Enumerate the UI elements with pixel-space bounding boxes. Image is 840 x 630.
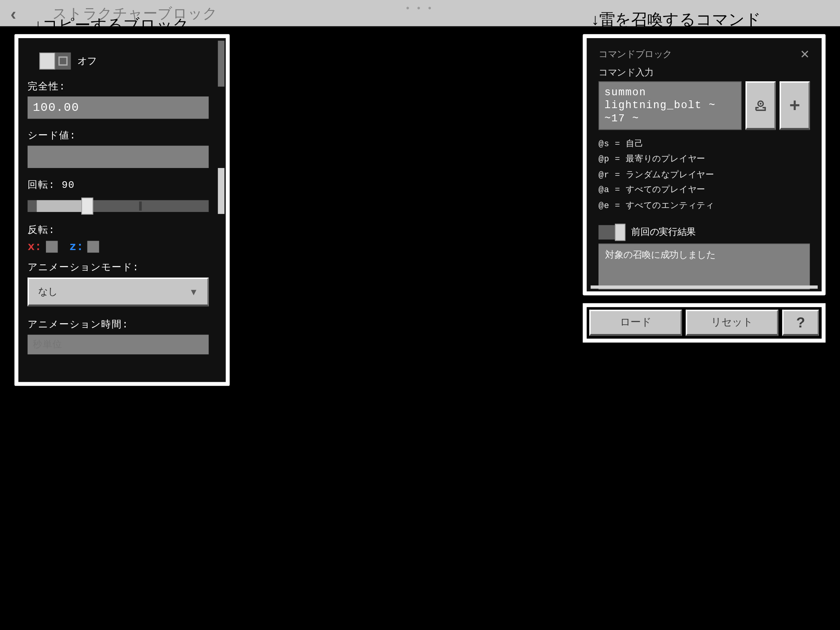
selector-hints: @s = 自己 @p = 最寄りのプレイヤー @r = ランダムなプレイヤー @…: [598, 136, 810, 213]
seed-label: シード値:: [28, 129, 209, 142]
anim-mode-label: アニメーションモード:: [28, 261, 209, 274]
toggle-switch[interactable]: [39, 52, 71, 70]
scrollbar-thumb-top[interactable]: [218, 41, 224, 87]
mirror-label: 反転:: [28, 224, 209, 236]
result-output: 対象の召喚に成功しました: [598, 243, 810, 289]
anim-mode-dropdown[interactable]: なし ▼: [28, 278, 209, 306]
integrity-input[interactable]: [28, 96, 209, 119]
command-block-panel: コマンドブロック ✕ コマンド入力 summon lightning_bolt …: [583, 34, 826, 296]
prev-result-toggle[interactable]: [598, 225, 625, 240]
axis-x-label: x:: [28, 240, 42, 254]
action-button-bar: ロード リセット ?: [583, 303, 826, 343]
toggle-row: オフ: [39, 52, 208, 70]
plus-icon: +: [789, 95, 800, 116]
add-command-button[interactable]: +: [780, 81, 810, 130]
annotation-right: ↓雷を召喚するコマンド: [591, 9, 761, 30]
hint-s: @s = 自己: [598, 136, 810, 152]
hint-p: @p = 最寄りのプレイヤー: [598, 152, 810, 167]
scrollbar-thumb-mid[interactable]: [218, 168, 224, 214]
load-button[interactable]: ロード: [589, 310, 682, 336]
rotation-label: 回転: 90: [28, 178, 209, 191]
chevron-down-icon: ▼: [189, 287, 198, 297]
toggle-off-label: オフ: [77, 55, 97, 67]
slider-thumb[interactable]: [81, 198, 93, 215]
mirror-z-checkbox[interactable]: [88, 241, 99, 252]
command-input-label: コマンド入力: [598, 67, 810, 79]
svg-point-1: [760, 102, 761, 104]
hint-r: @r = ランダムなプレイヤー: [598, 167, 810, 182]
reset-button[interactable]: リセット: [686, 310, 778, 336]
prev-result-label: 前回の実行結果: [631, 226, 695, 238]
anim-time-input[interactable]: [28, 335, 209, 355]
hint-e: @e = すべてのエンティティ: [598, 198, 810, 213]
command-input[interactable]: summon lightning_bolt ~ ~17 ~: [598, 81, 742, 130]
annotation-left: ↓コピーするブロック: [34, 14, 189, 35]
close-icon[interactable]: ✕: [800, 47, 810, 62]
truncated-header: [28, 41, 209, 46]
drag-handle-dots-icon: • • •: [406, 3, 434, 13]
picker-button[interactable]: [746, 81, 776, 130]
result-text: 対象の召喚に成功しました: [605, 249, 716, 260]
back-chevron-icon[interactable]: ‹: [10, 4, 16, 24]
seed-input[interactable]: [28, 146, 209, 168]
help-button[interactable]: ?: [782, 310, 819, 336]
target-picker-icon: [753, 98, 769, 114]
axis-z-label: z:: [69, 240, 83, 254]
rotation-slider[interactable]: [28, 196, 209, 216]
anim-mode-value: なし: [38, 285, 58, 298]
hint-a: @a = すべてのプレイヤー: [598, 182, 810, 198]
toggle-off-icon: [58, 56, 68, 66]
anim-time-label: アニメーション時間:: [28, 318, 209, 331]
structure-block-panel: オフ 完全性: シード値: 回転: 90 反転: x: z: アニメーショ: [14, 34, 230, 386]
command-block-header: コマンドブロック: [598, 49, 672, 60]
mirror-x-checkbox[interactable]: [46, 241, 57, 252]
mirror-row: x: z:: [28, 240, 209, 254]
integrity-label: 完全性:: [28, 80, 209, 93]
